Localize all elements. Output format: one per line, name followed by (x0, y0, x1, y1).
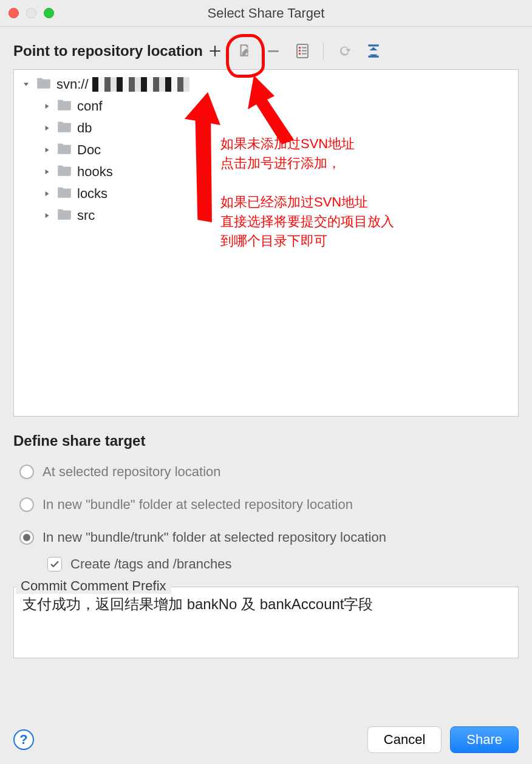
svg-rect-2 (299, 47, 301, 49)
collapse-icon (366, 43, 381, 59)
refresh-icon (336, 43, 352, 59)
tree-item-label: db (76, 120, 92, 136)
annotation-circle (226, 34, 265, 78)
folder-icon (56, 185, 72, 202)
radio-selected-icon (19, 530, 34, 545)
annotation-arrow-1 (160, 91, 233, 228)
help-button[interactable]: ? (13, 729, 34, 750)
tree-item-label: src (76, 208, 95, 223)
commit-comment-label: Commit Comment Prefix (16, 578, 171, 594)
checkbox-label: Create /tags and /branches (70, 556, 231, 572)
checklist-icon (295, 43, 310, 59)
window-title: Select Share Target (0, 5, 532, 21)
svg-rect-4 (299, 53, 301, 55)
share-button[interactable]: Share (450, 726, 519, 753)
define-target-heading: Define share target (13, 432, 519, 449)
checkbox-icon (47, 557, 62, 571)
checklist-button[interactable] (294, 43, 311, 60)
tree-item-label: Doc (76, 142, 101, 158)
folder-icon (56, 142, 72, 159)
folder-icon (56, 207, 72, 224)
svg-rect-7 (302, 53, 307, 55)
remove-repo-button[interactable] (265, 43, 282, 60)
svg-rect-3 (299, 50, 301, 52)
refresh-button[interactable] (336, 43, 353, 60)
option-bundle-trunk-folder[interactable]: In new "bundle/trunk" folder at selected… (13, 524, 519, 556)
cancel-button[interactable]: Cancel (367, 726, 442, 753)
chevron-right-icon[interactable] (41, 122, 53, 134)
folder-icon (56, 120, 72, 137)
chevron-right-icon[interactable] (41, 188, 53, 200)
option-at-selected[interactable]: At selected repository location (13, 458, 519, 491)
option-label: In new "bundle/trunk" folder at selected… (43, 530, 386, 545)
plus-icon (207, 43, 223, 59)
chevron-down-icon[interactable] (20, 78, 32, 90)
annotation-text-2: 如果已经添加过SVN地址 直接选择将要提交的项目放入 到哪个目录下即可 (220, 193, 394, 251)
redacted-host (92, 77, 189, 92)
folder-icon (56, 98, 72, 115)
folder-icon (56, 163, 72, 180)
svg-rect-0 (268, 50, 278, 52)
annotation-arrow-2 (242, 75, 302, 152)
titlebar: Select Share Target (0, 0, 532, 27)
option-bundle-folder[interactable]: In new "bundle" folder at selected repos… (13, 491, 519, 524)
toolbar-separator (323, 43, 324, 60)
repo-location-heading: Point to repository location (13, 43, 203, 60)
chevron-right-icon[interactable] (41, 210, 53, 222)
commit-comment-fieldset: Commit Comment Prefix (13, 587, 519, 662)
chevron-right-icon[interactable] (41, 166, 53, 178)
folder-icon (36, 76, 52, 93)
chevron-right-icon[interactable] (41, 100, 53, 112)
minus-icon (265, 43, 281, 59)
option-label: In new "bundle" folder at selected repos… (43, 497, 353, 513)
option-label: At selected repository location (43, 464, 221, 480)
commit-comment-input[interactable] (13, 587, 519, 658)
svg-rect-6 (302, 50, 307, 52)
radio-icon (19, 497, 34, 512)
radio-icon (19, 465, 34, 479)
create-tags-branches-checkbox[interactable]: Create /tags and /branches (13, 556, 519, 578)
tree-item-label: hooks (76, 164, 113, 180)
svg-rect-5 (302, 47, 307, 49)
collapse-all-button[interactable] (365, 43, 382, 60)
tree-item-label: locks (76, 186, 107, 202)
tree-item-label: conf (76, 98, 103, 114)
add-repo-button[interactable] (206, 43, 223, 60)
tree-root-label: svn:// (55, 77, 89, 92)
chevron-right-icon[interactable] (41, 144, 53, 156)
